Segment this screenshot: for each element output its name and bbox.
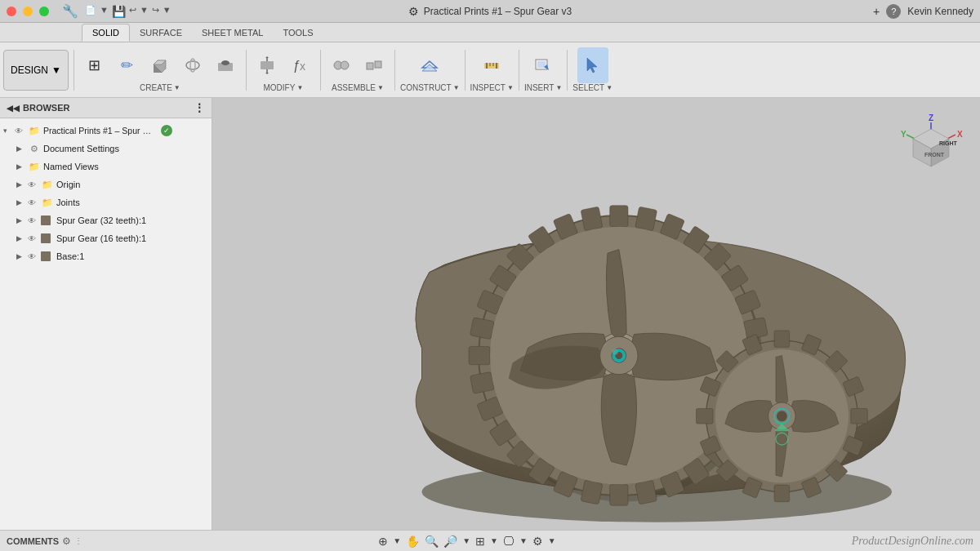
- create-group-label[interactable]: CREATE ▼: [140, 83, 180, 92]
- tab-surface[interactable]: SURFACE: [130, 24, 192, 42]
- browser-header-left: ◀◀ BROWSER: [7, 103, 69, 113]
- view-dropdown[interactable]: ▼: [490, 536, 498, 545]
- tree-icon-base: [41, 251, 51, 261]
- construct-group-label[interactable]: CONSTRUCT ▼: [400, 83, 460, 92]
- inspect-group-label[interactable]: INSPECT ▼: [470, 83, 514, 92]
- undo-icon[interactable]: ↩: [129, 5, 136, 18]
- hole-button[interactable]: [210, 47, 241, 83]
- tree-item-doc-settings[interactable]: ▶ ⚙ Document Settings: [0, 140, 212, 158]
- tree-item-root[interactable]: ▾ 👁 📁 Practical Prints #1 – Spur Gear...…: [0, 122, 212, 140]
- comments-label[interactable]: COMMENTS: [7, 536, 59, 546]
- browser-panel: ◀◀ BROWSER ⋮ ▾ 👁 📁 Practical Prints #1 –…: [0, 98, 212, 530]
- 3d-viewport[interactable]: X Y Z FRONT RIGHT: [212, 98, 980, 530]
- tab-tools[interactable]: TOOLS: [273, 24, 323, 42]
- zoom-icon[interactable]: 🔎: [443, 535, 457, 548]
- add-tab-button[interactable]: +: [873, 5, 880, 18]
- settings-dropdown[interactable]: ▼: [548, 536, 556, 545]
- user-name: Kevin Kennedy: [907, 6, 973, 17]
- tree-icon-doc: ⚙: [28, 142, 41, 155]
- select-arrow: ▼: [606, 84, 612, 91]
- tree-item-joints[interactable]: ▶ 👁 📁 Joints: [0, 193, 212, 211]
- save-icon[interactable]: 💾: [112, 5, 126, 18]
- minimize-button[interactable]: [23, 7, 33, 16]
- nav-dropdown-1[interactable]: ▼: [393, 536, 401, 545]
- insert-mesh-button[interactable]: [528, 47, 559, 83]
- comments-settings-icon[interactable]: ⚙: [62, 535, 71, 547]
- open-icon[interactable]: ▼: [100, 5, 109, 18]
- inspect-arrow: ▼: [507, 84, 514, 91]
- maximize-button[interactable]: [39, 7, 49, 16]
- modify-group-label[interactable]: MODIFY ▼: [264, 83, 304, 92]
- measure-button[interactable]: [476, 47, 507, 83]
- statusbar: COMMENTS ⚙ ⋮ ⊕ ▼ ✋ 🔍 🔎 ▼ ⊞ ▼ 🖵 ▼ ⚙ ▼ Pro…: [0, 530, 980, 551]
- svg-point-6: [221, 60, 229, 65]
- help-icon[interactable]: ?: [886, 4, 901, 19]
- tree-eye-origin[interactable]: 👁: [28, 180, 39, 189]
- construct-icons: [414, 47, 445, 83]
- extrude-button[interactable]: [145, 47, 176, 83]
- tree-item-base[interactable]: ▶ 👁 Base:1: [0, 247, 212, 265]
- new-component-button[interactable]: ⊞: [79, 47, 110, 83]
- display-dropdown[interactable]: ▼: [519, 536, 528, 545]
- create-sketch-button[interactable]: ✏: [112, 47, 143, 83]
- modify-icons: ƒx: [252, 47, 315, 83]
- fillet-icon: ƒx: [291, 56, 309, 74]
- browser-collapse-icon[interactable]: ◀◀: [7, 104, 20, 113]
- as-built-joint-button[interactable]: [359, 47, 390, 83]
- watermark: ProductDesignOnline.com: [852, 535, 973, 548]
- design-button[interactable]: DESIGN ▼: [3, 50, 69, 91]
- tree-item-named-views[interactable]: ▶ 📁 Named Views: [0, 158, 212, 176]
- offset-plane-button[interactable]: [414, 47, 445, 83]
- select-group-label[interactable]: SELECT ▼: [572, 83, 612, 92]
- tree-eye-base[interactable]: 👁: [28, 252, 39, 261]
- select-icons: [577, 47, 608, 83]
- tree-eye-sg32[interactable]: 👁: [28, 216, 39, 225]
- tree-icon-root: 📁: [28, 124, 41, 137]
- titlebar: 🔧 📄 ▼ 💾 ↩ ▼ ↪ ▼ ⚙ Practical Prints #1 – …: [0, 0, 980, 23]
- svg-rect-87: [851, 409, 867, 424]
- tree-item-origin[interactable]: ▶ 👁 📁 Origin: [0, 176, 212, 193]
- statusbar-resize-handle[interactable]: ⋮: [74, 536, 82, 545]
- tree-eye-joints[interactable]: 👁: [28, 198, 39, 207]
- redo-dropdown[interactable]: ▼: [163, 5, 172, 18]
- new-icon[interactable]: 📄: [85, 5, 96, 18]
- view-icon[interactable]: ⊞: [475, 535, 485, 548]
- press-pull-button[interactable]: [252, 47, 283, 83]
- insert-group-label[interactable]: INSERT ▼: [524, 83, 562, 92]
- tree-item-spur-32[interactable]: ▶ 👁 Spur Gear (32 teeth):1: [0, 211, 212, 229]
- browser-tree: ▾ 👁 📁 Practical Prints #1 – Spur Gear...…: [0, 118, 212, 530]
- hole-icon: [216, 56, 234, 74]
- tree-label-base: Base:1: [56, 251, 208, 261]
- tree-icon-sg16: [41, 233, 51, 243]
- svg-rect-60: [610, 484, 628, 505]
- revolve-icon: [184, 56, 202, 74]
- svg-rect-17: [375, 61, 381, 68]
- redo-icon[interactable]: ↪: [152, 5, 159, 18]
- tab-sheetmetal[interactable]: SHEET METAL: [192, 24, 273, 42]
- browser-menu-icon[interactable]: ⋮: [194, 101, 205, 114]
- orbit-icon[interactable]: 🔍: [425, 535, 439, 548]
- zoom-dropdown[interactable]: ▼: [462, 536, 470, 545]
- tree-label-views: Named Views: [43, 162, 208, 171]
- tab-solid[interactable]: SOLID: [82, 24, 130, 42]
- tree-item-spur-16[interactable]: ▶ 👁 Spur Gear (16 teeth):1: [0, 229, 212, 247]
- undo-dropdown[interactable]: ▼: [140, 5, 149, 18]
- assemble-group-label[interactable]: ASSEMBLE ▼: [332, 83, 384, 92]
- select-icon: [584, 56, 602, 74]
- pan-icon[interactable]: ✋: [406, 535, 420, 548]
- close-button[interactable]: [7, 7, 16, 16]
- nav-move-icon[interactable]: ⊕: [378, 535, 388, 548]
- tree-label-sg32: Spur Gear (32 teeth):1: [56, 216, 208, 225]
- toolbar-group-modify: ƒx MODIFY ▼: [252, 47, 315, 92]
- insert-arrow: ▼: [555, 84, 562, 91]
- design-arrow: ▼: [51, 64, 61, 76]
- select-button[interactable]: [577, 47, 608, 83]
- fillet-button[interactable]: ƒx: [284, 47, 315, 83]
- settings-icon[interactable]: ⚙: [532, 535, 543, 548]
- display-icon[interactable]: 🖵: [503, 535, 514, 548]
- tree-eye-root[interactable]: 👁: [15, 127, 26, 136]
- tree-eye-sg16[interactable]: 👁: [28, 234, 39, 243]
- joint-button[interactable]: [326, 47, 357, 83]
- svg-rect-7: [261, 61, 274, 69]
- revolve-button[interactable]: [177, 47, 208, 83]
